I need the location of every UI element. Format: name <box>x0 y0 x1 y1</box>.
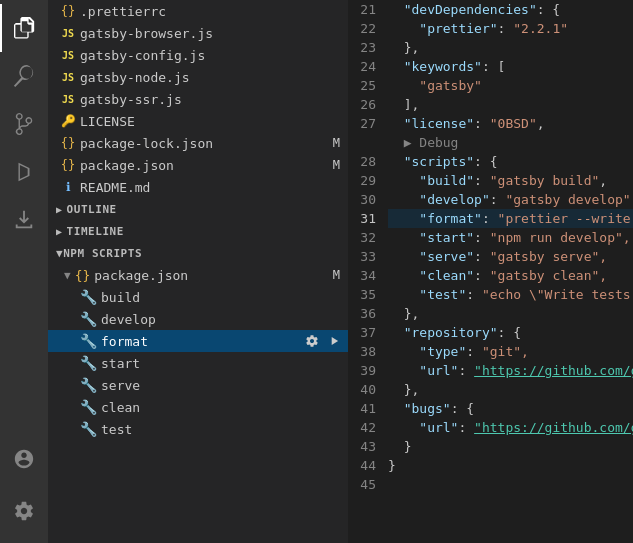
line-num-25: 25 <box>356 76 376 95</box>
code-line-23: }, <box>388 38 633 57</box>
json-file-icon: {} <box>60 4 76 18</box>
js-file-icon: JS <box>60 26 76 40</box>
code-line-35: "test": "echo \"Write tests! <box>388 285 633 304</box>
timeline-section-header[interactable]: ▶ TIMELINE <box>48 220 348 242</box>
file-prettierrc[interactable]: {} .prettierrc <box>48 0 348 22</box>
activity-run-icon[interactable] <box>0 148 48 196</box>
npm-package-row[interactable]: ▼ {} package.json M <box>48 264 348 286</box>
file-name: gatsby-browser.js <box>80 26 213 41</box>
file-readme[interactable]: ℹ README.md <box>48 176 348 198</box>
activity-scm-icon[interactable] <box>0 100 48 148</box>
account-icon[interactable] <box>0 435 48 483</box>
code-line-37: "repository": { <box>388 323 633 342</box>
wrench-icon: 🔧 <box>80 333 97 349</box>
settings-icon[interactable] <box>0 487 48 535</box>
script-serve[interactable]: 🔧 serve <box>48 374 348 396</box>
script-settings-icon[interactable] <box>302 331 322 351</box>
line-num-45: 45 <box>356 475 376 494</box>
code-content[interactable]: "devDependencies": { "prettier": "2.2.1"… <box>384 0 633 543</box>
npm-package-badge: M <box>333 268 340 282</box>
chevron-right-icon: ▶ <box>56 204 63 215</box>
npm-scripts-header[interactable]: ▼ NPM SCRIPTS <box>48 242 348 264</box>
line-num-44: 44 <box>356 456 376 475</box>
sidebar: {} .prettierrc JS gatsby-browser.js JS g… <box>48 0 348 543</box>
js-file-icon: JS <box>60 70 76 84</box>
info-file-icon: ℹ <box>60 180 76 194</box>
line-num-42: 42 <box>356 418 376 437</box>
script-start[interactable]: 🔧 start <box>48 352 348 374</box>
code-line-29: "build": "gatsby build", <box>388 171 633 190</box>
code-line-39: "url": "https://github.com/g <box>388 361 633 380</box>
line-num-debug <box>356 133 376 152</box>
line-num-23: 23 <box>356 38 376 57</box>
activity-search-icon[interactable] <box>0 52 48 100</box>
script-run-icon[interactable] <box>324 331 344 351</box>
chevron-down-icon: ▼ <box>56 247 63 260</box>
activity-bar-bottom <box>0 435 48 535</box>
code-line-30: "develop": "gatsby develop", <box>388 190 633 209</box>
code-line-31: "format": "prettier --write <box>388 209 633 228</box>
line-num-34: 34 <box>356 266 376 285</box>
file-gatsby-browser[interactable]: JS gatsby-browser.js <box>48 22 348 44</box>
code-line-42: "url": "https://github.com/g <box>388 418 633 437</box>
code-line-21: "devDependencies": { <box>388 0 633 19</box>
file-package-json[interactable]: {} package.json M <box>48 154 348 176</box>
json-file-icon: {} <box>60 136 76 150</box>
modified-badge: M <box>333 158 340 172</box>
line-num-38: 38 <box>356 342 376 361</box>
file-name: gatsby-config.js <box>80 48 205 63</box>
script-build[interactable]: 🔧 build <box>48 286 348 308</box>
file-name: package-lock.json <box>80 136 213 151</box>
license-file-icon: 🔑 <box>60 114 76 128</box>
file-package-lock[interactable]: {} package-lock.json M <box>48 132 348 154</box>
line-num-24: 24 <box>356 57 376 76</box>
line-num-31: 31 <box>356 209 376 228</box>
line-num-29: 29 <box>356 171 376 190</box>
code-line-33: "serve": "gatsby serve", <box>388 247 633 266</box>
timeline-label: TIMELINE <box>67 225 124 238</box>
chevron-down-icon: ▼ <box>64 269 71 282</box>
line-num-37: 37 <box>356 323 376 342</box>
code-line-40: }, <box>388 380 633 399</box>
code-line-27: "license": "0BSD", <box>388 114 633 133</box>
file-name: LICENSE <box>80 114 135 129</box>
wrench-icon: 🔧 <box>80 355 97 371</box>
file-name: gatsby-node.js <box>80 70 190 85</box>
file-gatsby-ssr[interactable]: JS gatsby-ssr.js <box>48 88 348 110</box>
script-test[interactable]: 🔧 test <box>48 418 348 440</box>
code-line-38: "type": "git", <box>388 342 633 361</box>
editor: 21 22 23 24 25 26 27 28 29 30 31 32 33 3… <box>348 0 633 543</box>
wrench-icon: 🔧 <box>80 399 97 415</box>
script-develop[interactable]: 🔧 develop <box>48 308 348 330</box>
code-line-34: "clean": "gatsby clean", <box>388 266 633 285</box>
file-gatsby-config[interactable]: JS gatsby-config.js <box>48 44 348 66</box>
outline-label: OUTLINE <box>67 203 117 216</box>
line-num-26: 26 <box>356 95 376 114</box>
activity-files-icon[interactable] <box>0 4 48 52</box>
script-name: start <box>101 356 140 371</box>
npm-scripts-label: NPM SCRIPTS <box>63 247 142 260</box>
activity-extensions-icon[interactable] <box>0 196 48 244</box>
line-num-28: 28 <box>356 152 376 171</box>
outline-section-header[interactable]: ▶ OUTLINE <box>48 198 348 220</box>
script-name: format <box>101 334 148 349</box>
script-clean[interactable]: 🔧 clean <box>48 396 348 418</box>
code-line-25: "gatsby" <box>388 76 633 95</box>
line-num-30: 30 <box>356 190 376 209</box>
modified-badge: M <box>333 136 340 150</box>
wrench-icon: 🔧 <box>80 421 97 437</box>
file-gatsby-node[interactable]: JS gatsby-node.js <box>48 66 348 88</box>
file-name: package.json <box>80 158 174 173</box>
line-num-36: 36 <box>356 304 376 323</box>
file-explorer: {} .prettierrc JS gatsby-browser.js JS g… <box>48 0 348 198</box>
chevron-right-icon: ▶ <box>56 226 63 237</box>
script-name: serve <box>101 378 140 393</box>
js-file-icon: JS <box>60 48 76 62</box>
line-num-35: 35 <box>356 285 376 304</box>
code-line-32: "start": "npm run develop", <box>388 228 633 247</box>
code-line-45 <box>388 475 633 494</box>
script-format[interactable]: 🔧 format <box>48 330 348 352</box>
json-icon: {} <box>75 268 91 283</box>
line-num-40: 40 <box>356 380 376 399</box>
file-license[interactable]: 🔑 LICENSE <box>48 110 348 132</box>
